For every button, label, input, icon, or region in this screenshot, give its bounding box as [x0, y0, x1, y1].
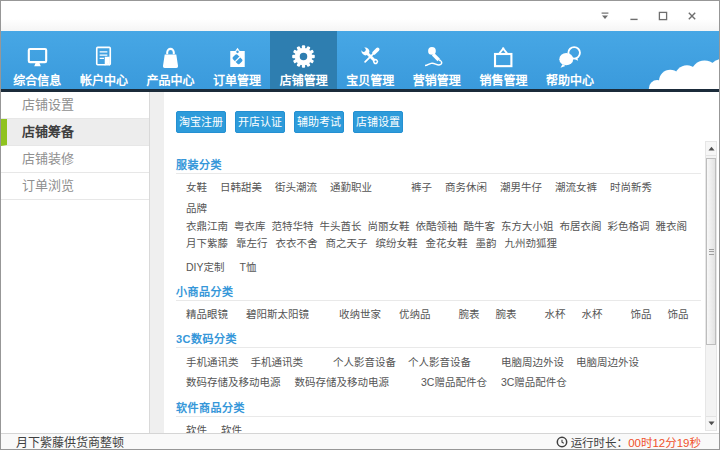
sidebar-item-order-browse[interactable]: 订单浏览: [1, 173, 149, 200]
category-link[interactable]: 裤子: [411, 181, 432, 193]
scrollbar-up-button[interactable]: [706, 142, 716, 156]
category-link[interactable]: 粤衣库: [234, 220, 266, 232]
window-controls: [590, 1, 706, 31]
main-panel: 淘宝注册开店认证辅助考试店铺设置 服装分类女鞋日韩甜美街头潮流通勤职业裤子商务休…: [164, 92, 719, 433]
minimize-icon: [628, 10, 640, 22]
category-link[interactable]: 月下紫藤: [186, 237, 228, 249]
category-link[interactable]: 女鞋: [186, 181, 207, 193]
sidebar-item-shop-decoration[interactable]: 店铺装修: [1, 146, 149, 173]
category-link[interactable]: 牛头酋长: [320, 220, 362, 232]
category-link[interactable]: T恤: [240, 261, 257, 273]
section-small-goods: 小商品分类精品眼镜碧阳斯太阳镜收纳世家优纳品腕表腕表水杯水杯饰品饰品: [164, 286, 719, 320]
toolbar-item-shop-management[interactable]: 店铺管理: [270, 31, 337, 89]
status-supplier-text: 月下紫藤供货商整顿: [16, 433, 124, 450]
category-link[interactable]: 潮男牛仔: [500, 181, 542, 193]
assist-exam-button[interactable]: 辅助考试: [294, 111, 344, 133]
category-link[interactable]: 个人影音设备: [408, 356, 471, 368]
category-link[interactable]: 数码存储及移动电源: [186, 376, 281, 388]
sidebar-item-shop-settings[interactable]: 店铺设置: [1, 92, 149, 119]
collapse-icon: [599, 10, 611, 22]
category-link[interactable]: 日韩甜美: [220, 181, 262, 193]
category-link[interactable]: 3C赠品配件仓: [421, 376, 487, 388]
minimize-button[interactable]: [619, 1, 648, 31]
scrollbar-thumb[interactable]: [706, 158, 716, 345]
toolbar-item-general-info[interactable]: 综合信息: [4, 31, 71, 89]
toolbar-item-product-center[interactable]: 产品中心: [137, 31, 204, 89]
toolbar-item-label: 营销管理: [413, 71, 461, 88]
category-link[interactable]: 电脑周边外设: [576, 356, 639, 368]
section-rule: [176, 347, 701, 348]
taobao-register-button[interactable]: 淘宝注册: [176, 111, 226, 133]
category-link[interactable]: 品牌: [186, 202, 207, 214]
category-link[interactable]: 缤纷女鞋: [376, 237, 418, 249]
toolbar-item-label: 宝贝管理: [346, 71, 394, 88]
category-link[interactable]: 精品眼镜: [186, 308, 228, 320]
document-icon: [90, 43, 117, 70]
category-link[interactable]: 衣鼎江南: [186, 220, 228, 232]
category-link[interactable]: 依酷领袖: [416, 220, 458, 232]
collapse-button[interactable]: [590, 1, 619, 31]
category-link[interactable]: 电脑周边外设: [501, 356, 564, 368]
category-link[interactable]: 靠左行: [236, 237, 268, 249]
maximize-button[interactable]: [648, 1, 677, 31]
category-link[interactable]: 软件: [186, 424, 207, 433]
toolbar-item-help-center[interactable]: 帮助中心: [537, 31, 604, 89]
category-link[interactable]: 酷牛客: [464, 220, 496, 232]
category-link[interactable]: 尚丽女鞋: [368, 220, 410, 232]
section-rule: [176, 173, 701, 174]
category-link[interactable]: 软件: [221, 424, 242, 433]
title-bar: [1, 1, 719, 31]
category-link[interactable]: 3C赠品配件仓: [501, 376, 567, 388]
category-link[interactable]: 饰品: [668, 308, 689, 320]
category-link[interactable]: 布居衣阁: [560, 220, 602, 232]
category-link[interactable]: 个人影音设备: [333, 356, 396, 368]
category-link[interactable]: 东方大小姐: [501, 220, 554, 232]
category-link[interactable]: 范特华特: [272, 220, 314, 232]
vertical-scrollbar[interactable]: [705, 141, 717, 431]
category-link[interactable]: 商务休闲: [445, 181, 487, 193]
category-link[interactable]: 收纳世家: [339, 308, 381, 320]
category-link[interactable]: 数码存储及移动电源: [295, 376, 390, 388]
category-link[interactable]: 手机通讯类: [186, 356, 239, 368]
category-link[interactable]: 彩色格调: [608, 220, 650, 232]
category-link-row: DIY定制T恤: [186, 261, 719, 273]
app-window: 综合信息帐户中心产品中心订单管理店铺管理宝贝管理营销管理销售管理帮助中心 店铺设…: [0, 0, 720, 450]
category-link[interactable]: 商之天子: [326, 237, 368, 249]
category-link[interactable]: 水杯: [582, 308, 603, 320]
category-link[interactable]: 优纳品: [399, 308, 431, 320]
sidebar-item-shop-preparation[interactable]: 店铺筹备: [1, 119, 149, 146]
category-link[interactable]: 金花女鞋: [426, 237, 468, 249]
toolbar-item-order-management[interactable]: 订单管理: [204, 31, 271, 89]
category-link[interactable]: 水杯: [545, 308, 566, 320]
toolbar-item-item-management[interactable]: 宝贝管理: [337, 31, 404, 89]
category-link[interactable]: 腕表: [459, 308, 480, 320]
section-digital-3c: 3C数码分类手机通讯类手机通讯类个人影音设备个人影音设备电脑周边外设电脑周边外设…: [164, 333, 719, 388]
category-link[interactable]: 时尚新秀: [610, 181, 652, 193]
toolbar-item-label: 帐户中心: [80, 71, 128, 88]
category-link[interactable]: DIY定制: [186, 261, 225, 273]
category-link[interactable]: 街头潮流: [275, 181, 317, 193]
scrollbar-down-button[interactable]: [706, 416, 716, 430]
toolbar-item-account-center[interactable]: 帐户中心: [71, 31, 138, 89]
category-link[interactable]: 墨韵: [476, 237, 497, 249]
sidebar-main-gap: [150, 92, 164, 433]
shop-certification-button[interactable]: 开店认证: [235, 111, 285, 133]
category-link[interactable]: 饰品: [631, 308, 652, 320]
action-button-row: 淘宝注册开店认证辅助考试店铺设置: [164, 92, 719, 133]
runtime-value: 00时12分19秒: [628, 434, 701, 450]
toolbar-item-marketing-management[interactable]: 营销管理: [404, 31, 471, 89]
category-sections: 服装分类女鞋日韩甜美街头潮流通勤职业裤子商务休闲潮男牛仔潮流女裤时尚新秀品牌衣鼎…: [164, 159, 719, 433]
category-link-row: 月下紫藤靠左行衣衣不舍商之天子缤纷女鞋金花女鞋墨韵九州劲狐狸: [186, 237, 719, 249]
scroll-down-arrow-icon: [708, 421, 715, 426]
category-link[interactable]: 碧阳斯太阳镜: [246, 308, 309, 320]
shop-settings-button[interactable]: 店铺设置: [353, 111, 403, 133]
toolbar-item-sales-management[interactable]: 销售管理: [470, 31, 537, 89]
category-link[interactable]: 雅衣阁: [656, 220, 688, 232]
category-link[interactable]: 衣衣不舍: [276, 237, 318, 249]
close-button[interactable]: [677, 1, 706, 31]
category-link[interactable]: 九州劲狐狸: [505, 237, 558, 249]
category-link[interactable]: 手机通讯类: [251, 356, 304, 368]
category-link[interactable]: 通勤职业: [330, 181, 372, 193]
category-link[interactable]: 潮流女裤: [555, 181, 597, 193]
category-link[interactable]: 腕表: [496, 308, 517, 320]
